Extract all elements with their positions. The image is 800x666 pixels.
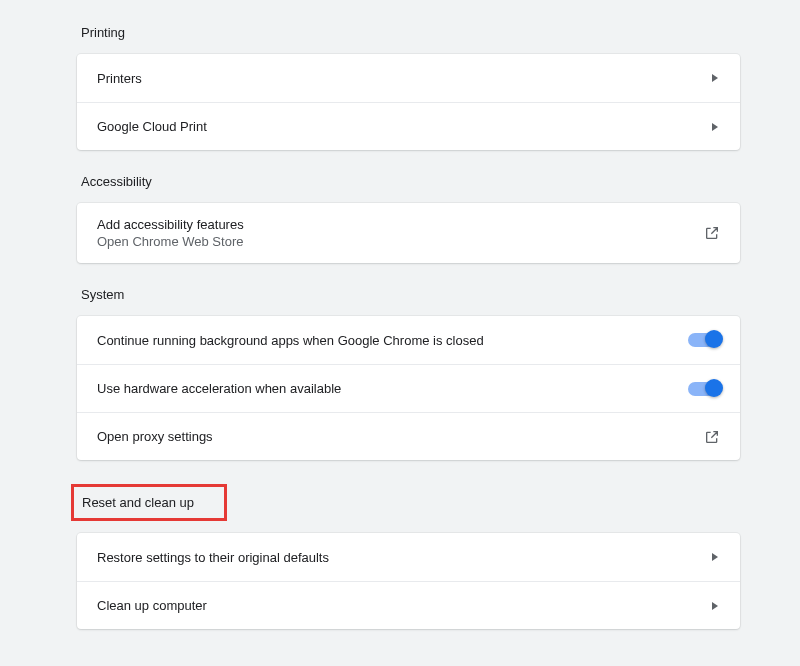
- label-printers: Printers: [97, 71, 712, 86]
- section-title-system: System: [77, 287, 740, 302]
- label-background-apps: Continue running background apps when Go…: [97, 333, 688, 348]
- section-accessibility: Accessibility Add accessibility features…: [77, 174, 740, 263]
- chevron-right-icon: [712, 74, 718, 82]
- external-link-icon: [704, 429, 720, 445]
- section-title-printing: Printing: [77, 25, 740, 40]
- row-hardware-acceleration[interactable]: Use hardware acceleration when available: [77, 364, 740, 412]
- section-title-reset: Reset and clean up: [82, 495, 194, 510]
- card-reset-cleanup: Restore settings to their original defau…: [77, 533, 740, 629]
- chevron-right-icon: [712, 602, 718, 610]
- sublabel-open-webstore: Open Chrome Web Store: [97, 234, 704, 249]
- card-printing: Printers Google Cloud Print: [77, 54, 740, 150]
- label-google-cloud-print: Google Cloud Print: [97, 119, 712, 134]
- section-system: System Continue running background apps …: [77, 287, 740, 460]
- row-add-accessibility-features[interactable]: Add accessibility features Open Chrome W…: [77, 203, 740, 263]
- chevron-right-icon: [712, 553, 718, 561]
- card-system: Continue running background apps when Go…: [77, 316, 740, 460]
- row-google-cloud-print[interactable]: Google Cloud Print: [77, 102, 740, 150]
- card-accessibility: Add accessibility features Open Chrome W…: [77, 203, 740, 263]
- row-background-apps[interactable]: Continue running background apps when Go…: [77, 316, 740, 364]
- label-proxy: Open proxy settings: [97, 429, 704, 444]
- section-reset-cleanup: Reset and clean up Restore settings to t…: [77, 484, 740, 629]
- label-clean-up: Clean up computer: [97, 598, 712, 613]
- toggle-hardware-acceleration[interactable]: [688, 382, 720, 396]
- row-clean-up-computer[interactable]: Clean up computer: [77, 581, 740, 629]
- label-restore-defaults: Restore settings to their original defau…: [97, 550, 712, 565]
- row-printers[interactable]: Printers: [77, 54, 740, 102]
- section-printing: Printing Printers Google Cloud Print: [77, 25, 740, 150]
- chevron-right-icon: [712, 123, 718, 131]
- toggle-background-apps[interactable]: [688, 333, 720, 347]
- section-title-accessibility: Accessibility: [77, 174, 740, 189]
- label-hardware-accel: Use hardware acceleration when available: [97, 381, 688, 396]
- row-restore-defaults[interactable]: Restore settings to their original defau…: [77, 533, 740, 581]
- label-add-accessibility: Add accessibility features: [97, 217, 704, 232]
- external-link-icon: [704, 225, 720, 241]
- highlight-reset-cleanup: Reset and clean up: [71, 484, 227, 521]
- row-open-proxy-settings[interactable]: Open proxy settings: [77, 412, 740, 460]
